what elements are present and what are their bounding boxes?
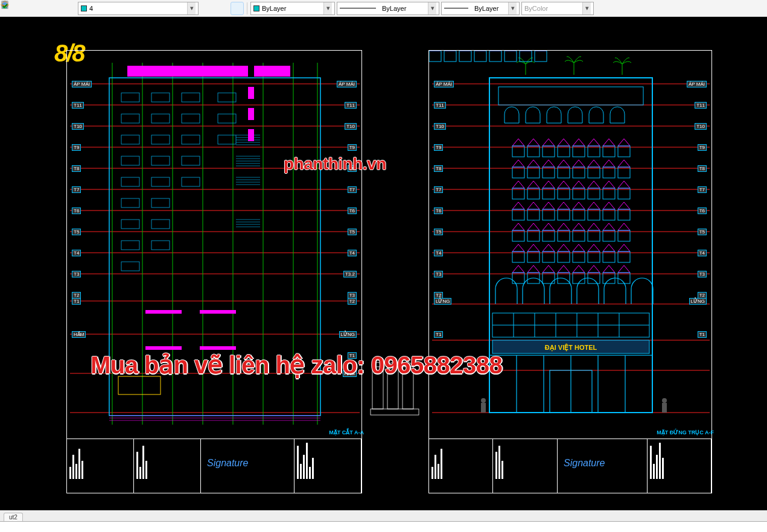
level-label: T8 [434,165,443,172]
color-value: ByLayer [262,5,286,12]
svg-point-140 [662,398,667,403]
level-label: LỬNG [689,298,707,305]
chevron-down-icon: ▾ [508,2,517,14]
chevron-down-icon: ▾ [428,2,436,14]
svg-rect-56 [121,220,139,229]
svg-rect-86 [118,376,161,394]
level-label: T11 [695,102,707,109]
level-label: ÁP MÁI [434,81,454,87]
svg-rect-54 [121,198,139,207]
level-label: ÁP MÁI [337,81,357,87]
command-line[interactable] [0,521,767,532]
sun-icon[interactable] [33,2,46,15]
svg-rect-37 [151,93,170,102]
level-label: T10 [695,123,707,130]
level-label: T6 [348,207,357,214]
layer-dropdown[interactable]: 4 ▾ [78,2,199,15]
svg-rect-52 [151,177,170,186]
level-label: T5 [72,229,81,235]
lineweight-dropdown[interactable]: ByLayer ▾ [441,2,520,15]
svg-rect-50 [182,156,200,165]
svg-rect-85 [200,346,236,350]
layout-tab[interactable]: ut2 [4,513,23,521]
svg-rect-81 [248,129,254,141]
svg-rect-53 [182,177,200,186]
level-label: T6 [434,207,443,214]
level-label: T3 [698,271,707,277]
svg-rect-59 [151,241,170,250]
level-label: T2 [348,298,357,305]
layers-check-icon[interactable] [231,2,244,15]
svg-text:Signature: Signature [207,458,249,468]
level-label: T3 [434,271,443,277]
svg-rect-121 [535,51,547,62]
level-label: T4 [72,250,81,256]
svg-rect-55 [151,198,170,207]
print-icon[interactable] [63,2,76,15]
svg-rect-117 [474,51,486,62]
svg-rect-119 [504,51,517,62]
svg-rect-113 [498,87,643,105]
chevron-down-icon: ▾ [187,2,196,14]
level-label: T5 [434,229,443,235]
hotel-sign: ĐẠI VIỆT HOTEL [545,343,597,352]
svg-rect-46 [182,135,200,144]
svg-rect-115 [444,51,456,62]
drawing1-title: MẶT CẮT A-A [329,429,364,435]
level-label: T6 [72,207,81,214]
svg-rect-80 [248,108,254,120]
svg-rect-141 [662,403,667,413]
svg-rect-41 [151,114,170,123]
level-label: T5 [698,229,707,235]
level-label: T4 [434,250,443,256]
level-label: T7 [698,186,707,193]
plotstyle-value: ByColor [524,5,548,12]
svg-rect-34 [254,66,290,77]
svg-rect-40 [121,114,139,123]
lineweight-value: ByLayer [474,5,498,12]
chevron-down-icon: ▾ [582,2,591,14]
level-label: T10 [345,123,357,130]
level-label: T1 [698,331,707,338]
lock-icon[interactable] [48,2,61,15]
level-label: LỬNG [434,298,451,305]
svg-rect-51 [121,177,139,186]
svg-text:Signature: Signature [564,458,605,468]
linetype-dropdown[interactable]: ByLayer ▾ [337,2,439,15]
level-label: T11 [345,102,357,109]
svg-rect-116 [459,51,471,62]
level-label: T7 [434,186,443,193]
svg-rect-84 [145,346,182,350]
model-space-canvas[interactable]: 8/8 [0,17,767,510]
svg-rect-94 [371,409,419,415]
level-label: T1 [434,331,443,338]
chevron-down-icon: ▾ [323,2,332,14]
svg-rect-57 [151,220,170,229]
level-label: T3 [72,271,81,277]
level-label: T1 [72,298,81,305]
level-label: T5 [348,229,357,235]
level-label: T9 [434,144,443,151]
color-dropdown[interactable]: ByLayer ▾ [250,2,335,15]
plotstyle-dropdown[interactable]: ByColor ▾ [521,2,594,15]
bottom-bar: ut2 [0,510,767,532]
level-label: LỬNG [339,331,357,338]
layers-stack2-icon[interactable] [215,2,229,15]
level-label: T4 [698,250,707,256]
watermark-url: phanthinh.vn [284,154,386,174]
watermark-contact: Mua bản vẽ liên hệ zalo: 0965882388 [91,351,502,379]
properties-toolbar: 4 ▾ ByLayer ▾ ByLayer ▾ ByLayer ▾ ByColo… [0,0,767,17]
drawing-frame-section: ÁP MÁIT11T10T9T8T7T6T5T4T3T2T1HẦM ÁP MÁI… [66,50,362,493]
level-label: ÁP MÁI [687,81,707,87]
bulb-icon[interactable] [18,2,31,15]
layers-stack-icon[interactable] [200,2,214,15]
svg-rect-49 [151,156,170,165]
level-label: T3.2 [343,271,357,277]
svg-rect-33 [127,66,248,77]
svg-rect-60 [121,262,139,271]
level-label: ÁP MÁI [72,81,92,87]
svg-point-138 [481,398,486,403]
svg-rect-36 [121,93,139,102]
level-label: T10 [434,123,446,130]
svg-rect-139 [481,403,486,413]
